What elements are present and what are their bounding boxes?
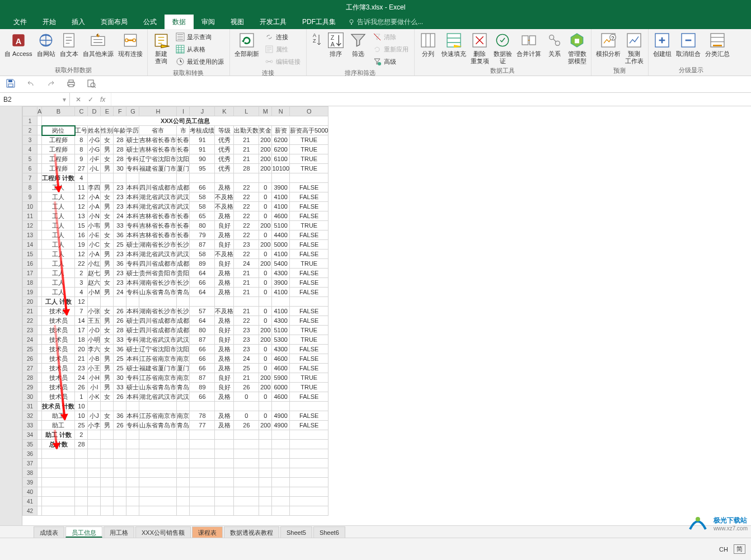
- empty-cell[interactable]: [259, 497, 272, 506]
- row-header[interactable]: 27: [23, 364, 37, 373]
- data-cell[interactable]: 57: [190, 307, 215, 316]
- empty-cell[interactable]: [114, 487, 126, 497]
- data-cell[interactable]: 良好: [215, 335, 234, 345]
- data-cell[interactable]: 专科: [126, 288, 139, 297]
- data-cell[interactable]: 28: [114, 135, 126, 145]
- spreadsheet-area[interactable]: ABCDEFGHIJKLMNO1XXX公司员工信息2岗位工号姓名性别年龄学历省市…: [0, 106, 751, 525]
- data-cell[interactable]: 95: [190, 164, 215, 173]
- data-cell[interactable]: 助工: [42, 411, 75, 421]
- data-cell[interactable]: 26: [114, 307, 126, 316]
- data-cell[interactable]: 硕士: [126, 145, 139, 154]
- data-cell[interactable]: 小J: [88, 411, 101, 421]
- data-cell[interactable]: 硕士: [126, 240, 139, 250]
- outline-btn-1[interactable]: 取消组合: [674, 30, 703, 59]
- empty-cell[interactable]: [290, 468, 328, 478]
- data-cell[interactable]: 小N: [88, 211, 101, 221]
- empty-cell[interactable]: [290, 449, 328, 459]
- empty-cell[interactable]: [215, 497, 234, 506]
- data-cell[interactable]: 87: [190, 240, 215, 250]
- column-header-cell[interactable]: 性别: [101, 126, 114, 135]
- empty-cell[interactable]: [114, 478, 126, 487]
- empty-cell[interactable]: [234, 449, 259, 459]
- row-header[interactable]: 24: [23, 335, 37, 345]
- data-cell[interactable]: 青岛: [177, 421, 190, 430]
- empty-cell[interactable]: [126, 449, 139, 459]
- data-cell[interactable]: FALSE: [290, 202, 328, 211]
- forecast-btn-0[interactable]: ?模拟分析: [594, 30, 623, 59]
- empty-cell[interactable]: [177, 459, 190, 468]
- data-cell[interactable]: 12: [75, 202, 88, 211]
- properties-button[interactable]: 属性: [264, 44, 302, 55]
- empty-cell[interactable]: [75, 478, 88, 487]
- empty-cell[interactable]: [259, 459, 272, 468]
- empty-cell[interactable]: [42, 478, 75, 487]
- data-cell[interactable]: 优秀: [215, 154, 234, 164]
- new-query-button[interactable]: 新建 查询: [150, 30, 172, 66]
- data-cell[interactable]: 4600: [272, 211, 290, 221]
- row-header[interactable]: 7: [23, 173, 37, 183]
- row-header[interactable]: 29: [23, 383, 37, 392]
- tell-me-search[interactable]: 告诉我您想要做什么...: [348, 17, 423, 27]
- data-cell[interactable]: 200: [259, 326, 272, 335]
- row-header[interactable]: 39: [23, 478, 37, 487]
- tool-btn-2[interactable]: 删除 重复项: [468, 30, 491, 66]
- empty-cell[interactable]: [190, 478, 215, 487]
- data-cell[interactable]: 男: [101, 250, 114, 259]
- data-cell[interactable]: 工人: [42, 288, 75, 297]
- data-cell[interactable]: 良好: [215, 373, 234, 383]
- data-cell[interactable]: 专科: [126, 221, 139, 230]
- data-cell[interactable]: 硕士: [126, 345, 139, 354]
- data-cell[interactable]: FALSE: [290, 392, 328, 402]
- data-cell[interactable]: 江苏省南京市: [139, 373, 177, 383]
- data-cell[interactable]: 28: [114, 326, 126, 335]
- empty-cell[interactable]: [88, 468, 101, 478]
- data-cell[interactable]: 硕士: [126, 135, 139, 145]
- col-header[interactable]: O: [290, 107, 328, 116]
- data-cell[interactable]: 5100: [272, 326, 290, 335]
- column-header-cell[interactable]: 年龄: [114, 126, 126, 135]
- data-cell[interactable]: 小E: [88, 230, 101, 240]
- data-cell[interactable]: FALSE: [290, 307, 328, 316]
- empty-cell[interactable]: [126, 459, 139, 468]
- data-cell[interactable]: 200: [259, 421, 272, 430]
- column-header-cell[interactable]: 出勤天数: [234, 126, 259, 135]
- data-cell[interactable]: 64: [190, 288, 215, 297]
- column-header-cell[interactable]: 奖金: [259, 126, 272, 135]
- column-header-cell[interactable]: 姓名: [88, 126, 101, 135]
- data-cell[interactable]: 工人: [42, 278, 75, 288]
- data-cell[interactable]: 不及格: [215, 307, 234, 316]
- data-cell[interactable]: 及格: [215, 345, 234, 354]
- data-cell[interactable]: 22: [234, 183, 259, 192]
- data-cell[interactable]: 李四: [88, 183, 101, 192]
- empty-cell[interactable]: [42, 497, 75, 506]
- data-cell[interactable]: 福建省厦门市: [139, 364, 177, 373]
- data-cell[interactable]: 辽宁省沈阳市: [139, 345, 177, 354]
- data-cell[interactable]: 80: [190, 221, 215, 230]
- row-header[interactable]: 10: [23, 202, 37, 211]
- data-cell[interactable]: 4100: [272, 192, 290, 202]
- empty-cell[interactable]: [114, 459, 126, 468]
- dropdown-icon[interactable]: ▾: [63, 96, 66, 103]
- data-cell[interactable]: 山东省青岛市: [139, 288, 177, 297]
- data-cell[interactable]: 200: [259, 335, 272, 345]
- data-cell[interactable]: 23: [114, 202, 126, 211]
- ext-btn-0[interactable]: A自 Access: [2, 30, 35, 59]
- empty-cell[interactable]: [75, 468, 88, 478]
- data-cell[interactable]: 男: [101, 202, 114, 211]
- empty-cell[interactable]: [88, 506, 101, 516]
- data-cell[interactable]: 长沙: [177, 240, 190, 250]
- data-cell[interactable]: 良好: [215, 221, 234, 230]
- data-cell[interactable]: 本科: [126, 202, 139, 211]
- column-header-cell[interactable]: 等级: [215, 126, 234, 135]
- data-cell[interactable]: 男: [101, 421, 114, 430]
- ext-btn-1[interactable]: 自网站: [35, 30, 58, 59]
- empty-cell[interactable]: [215, 449, 234, 459]
- data-cell[interactable]: FALSE: [290, 411, 328, 421]
- data-cell[interactable]: 200: [259, 135, 272, 145]
- empty-cell[interactable]: [139, 497, 177, 506]
- data-cell[interactable]: 专科: [126, 164, 139, 173]
- data-cell[interactable]: 22: [234, 230, 259, 240]
- row-header[interactable]: 13: [23, 230, 37, 240]
- data-cell[interactable]: 小红: [88, 259, 101, 269]
- data-cell[interactable]: 四川省成都市: [139, 259, 177, 269]
